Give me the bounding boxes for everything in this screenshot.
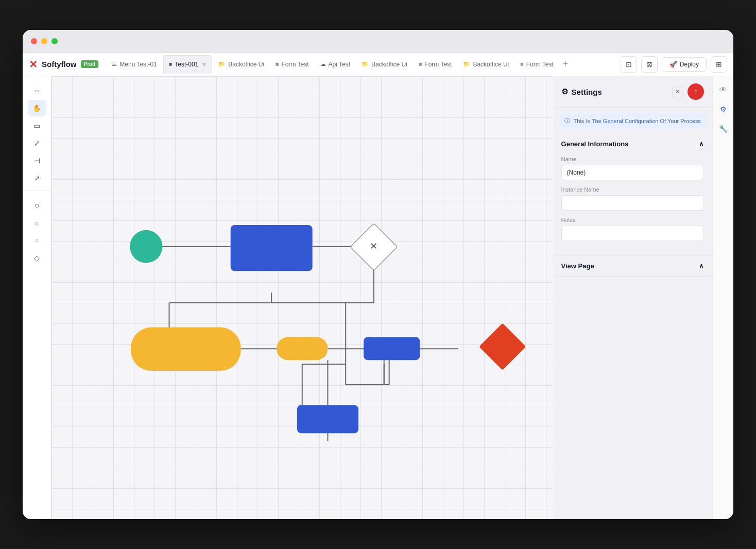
tool-move[interactable]: ↔ xyxy=(28,82,46,99)
tab-label: Backoffice Ui xyxy=(473,61,509,68)
tab-backoffice-ui-2[interactable]: 📁 Backoffice Ui xyxy=(356,55,413,74)
tabs-bar: ☰ Menu Test-01 ≡ Test-001 ✕ 📁 Backoffice… xyxy=(107,55,616,74)
share-icon: ⊠ xyxy=(646,60,652,68)
red-action-button[interactable]: ↑ xyxy=(688,83,704,100)
tool-diamond[interactable]: ◇ xyxy=(28,250,46,266)
tool-circle-1[interactable]: ○ xyxy=(28,197,46,214)
appbar-actions: ⊡ ⊠ 🚀 Deploy ⊞ xyxy=(621,56,727,73)
grid-button[interactable]: ⊞ xyxy=(711,56,727,73)
right-side-panel: ⚙ Settings ✕ ↑ ⓘ This Is Th xyxy=(553,76,733,519)
orange-diamond[interactable] xyxy=(479,323,526,370)
field-name-group: Name xyxy=(561,156,704,180)
tab-icon: ≡ xyxy=(169,61,172,67)
accordion-general-info-header[interactable]: General Informations ∧ xyxy=(553,134,712,154)
blue-rect-main[interactable] xyxy=(231,225,313,271)
tool-group-shapes: ○ ○ ○ ◇ xyxy=(23,197,51,270)
tool-screen[interactable]: ▭ xyxy=(28,117,46,134)
tab-label: Menu Test-01 xyxy=(119,61,157,68)
field-instance-group: Instance Name xyxy=(561,186,704,211)
tool-hand[interactable]: ✋ xyxy=(28,100,46,116)
canvas-area[interactable]: ✕ xyxy=(51,76,553,519)
expand-icon: ⤢ xyxy=(34,139,40,147)
tab-close-icon[interactable]: ✕ xyxy=(202,61,207,68)
settings-gear-icon: ⚙ xyxy=(561,87,568,96)
field-roles-label: Roles xyxy=(561,217,704,223)
preview-button[interactable]: ⊡ xyxy=(621,56,637,73)
tool-circle-2[interactable]: ○ xyxy=(28,215,46,231)
tab-api-test[interactable]: ☁ Api Test xyxy=(315,55,355,74)
accordion-view-page-label: View Page xyxy=(561,262,594,270)
field-roles-input[interactable] xyxy=(561,226,704,241)
tab-menu-test-01[interactable]: ☰ Menu Test-01 xyxy=(107,55,162,74)
diamond-icon: ◇ xyxy=(34,254,40,262)
deploy-label: Deploy xyxy=(680,61,699,68)
maximize-button[interactable] xyxy=(51,38,58,44)
tab-label: Api Test xyxy=(329,61,350,68)
tab-label: Form Test xyxy=(281,61,308,68)
share-button[interactable]: ⊠ xyxy=(641,56,658,73)
field-name-label: Name xyxy=(561,156,704,162)
tab-label: Form Test xyxy=(424,61,452,68)
settings-title-text: Settings xyxy=(572,88,602,96)
tab-label: Backoffice Ui xyxy=(228,61,264,68)
tab-icon: ☰ xyxy=(112,61,117,67)
settings-close-button[interactable]: ✕ xyxy=(672,86,683,97)
tab-backoffice-ui-1[interactable]: 📁 Backoffice Ui xyxy=(213,55,269,74)
tool-expand[interactable]: ⤢ xyxy=(28,135,46,151)
blue-rect-2[interactable] xyxy=(364,337,420,360)
accordion-view-page-header[interactable]: View Page ∧ xyxy=(553,256,712,276)
tab-form-test-3[interactable]: ≡ Form Test xyxy=(515,55,559,74)
tool-circle-3[interactable]: ○ xyxy=(28,232,46,249)
chevron-up-icon: ∧ xyxy=(699,140,704,148)
tab-icon: 📁 xyxy=(362,61,369,67)
info-icon: ⓘ xyxy=(564,117,570,125)
logo-area: ✕ Softyflow Prod xyxy=(29,58,98,71)
diamond-node[interactable]: ✕ xyxy=(350,224,397,270)
main-content: ↔ ✋ ▭ ⤢ ⊣ ↗ ○ xyxy=(23,76,733,519)
close-icon: ✕ xyxy=(675,88,680,95)
tab-form-test-1[interactable]: ≡ Form Test xyxy=(270,55,314,74)
tab-label: Backoffice Ui xyxy=(371,61,407,68)
info-banner: ⓘ This Is The General Configuration Of Y… xyxy=(559,113,706,129)
settings-header: ⚙ Settings ✕ ↑ xyxy=(553,76,712,108)
tab-form-test-2[interactable]: ≡ Form Test xyxy=(414,55,457,74)
svg-text:✕: ✕ xyxy=(370,241,377,251)
logo-icon: ✕ xyxy=(29,58,38,71)
info-text: This Is The General Configuration Of You… xyxy=(574,118,701,124)
hand-icon: ✋ xyxy=(32,104,41,112)
preview-icon: ⊡ xyxy=(626,60,632,68)
start-node[interactable] xyxy=(130,230,163,263)
tab-backoffice-ui-3[interactable]: 📁 Backoffice Ui xyxy=(458,55,514,74)
prod-badge: Prod xyxy=(81,60,99,68)
settings-title: ⚙ Settings xyxy=(561,87,602,96)
settings-icon-button[interactable]: ⚙ xyxy=(716,102,730,116)
minimize-button[interactable] xyxy=(41,38,47,44)
yellow-rect-large[interactable] xyxy=(131,328,241,371)
upload-icon: ↑ xyxy=(694,87,698,96)
tab-icon: ≡ xyxy=(276,61,279,67)
field-instance-input[interactable] xyxy=(561,195,704,211)
field-roles-group: Roles xyxy=(561,217,704,241)
wrench-icon-button[interactable]: 🔧 xyxy=(716,122,730,136)
deploy-icon: 🚀 xyxy=(669,61,677,68)
tab-test-001[interactable]: ≡ Test-001 ✕ xyxy=(163,55,212,74)
close-button[interactable] xyxy=(31,38,37,44)
circle-sm-icon: ○ xyxy=(35,219,39,227)
screen-icon: ▭ xyxy=(33,122,40,130)
tool-arrow[interactable]: ↗ xyxy=(28,170,46,186)
tool-split[interactable]: ⊣ xyxy=(28,152,46,169)
blue-rect-3[interactable] xyxy=(297,405,358,434)
deploy-button[interactable]: 🚀 Deploy xyxy=(662,57,707,72)
settings-icon: ⚙ xyxy=(720,105,727,113)
appbar: ✕ Softyflow Prod ☰ Menu Test-01 ≡ Test-0… xyxy=(23,53,733,76)
yellow-pill[interactable] xyxy=(277,337,328,360)
eye-icon-button[interactable]: 👁 xyxy=(716,82,730,97)
tab-icon: 📁 xyxy=(218,61,226,67)
tab-icon: ≡ xyxy=(419,61,422,67)
wrench-icon: 🔧 xyxy=(719,125,728,133)
add-tab-button[interactable]: + xyxy=(560,59,572,70)
tab-label: Form Test xyxy=(526,61,554,68)
move-icon: ↔ xyxy=(33,87,41,95)
field-name-input[interactable] xyxy=(561,165,704,180)
tab-label: Test-001 xyxy=(175,61,198,68)
